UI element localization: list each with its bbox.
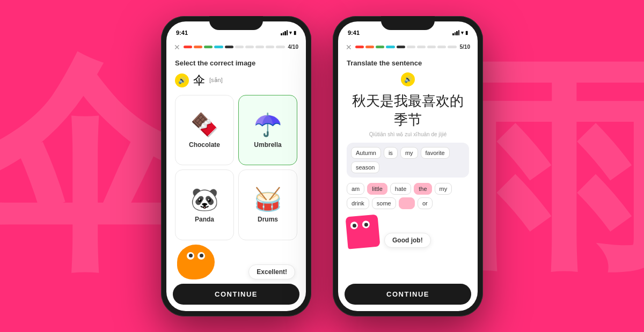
phone2-dot-3	[376, 46, 384, 48]
phone1-drums-label: Drums	[258, 216, 278, 223]
phone1-screen-content: Select the correct image 🔊 伞 [sǎn] 🍫 Cho…	[166, 55, 306, 311]
phone2-dot-1	[355, 46, 364, 48]
pool-word-drink[interactable]: drink	[347, 197, 369, 209]
answer-word-favorite[interactable]: favorite	[421, 147, 450, 159]
phone1-pupil-right	[200, 254, 203, 257]
phone2-signal-icon	[452, 30, 459, 35]
pool-word-or[interactable]: or	[418, 197, 433, 209]
phone2-progress-row: ✕ 5/10	[338, 41, 478, 55]
phone2-dot-2	[365, 46, 374, 48]
phone-1: 9:41 ▾ ▮ ✕	[161, 16, 311, 316]
pool-word-am[interactable]: am	[347, 183, 364, 195]
phone1-pupil-left	[189, 254, 193, 257]
phone2-wifi-icon: ▾	[461, 30, 464, 35]
pool-word-little[interactable]: little	[367, 183, 387, 195]
answer-word-season[interactable]: season	[351, 161, 379, 173]
phone1-dot-9	[266, 46, 274, 48]
phone2-mascot-row: Good job!	[347, 216, 469, 248]
phone1-mascot	[177, 245, 215, 279]
phone2-eye-left	[350, 221, 358, 229]
phone1-dot-5	[225, 46, 233, 48]
phone1-dot-10	[276, 46, 284, 48]
phone1-blob-eyes	[187, 252, 205, 260]
phone2-dot-4	[386, 46, 394, 48]
bg-letter-left: 伞	[0, 54, 188, 279]
phone1-dot-8	[255, 46, 264, 48]
phone1-progress-row: ✕ 4/10	[166, 41, 306, 55]
answer-word-is[interactable]: is	[384, 147, 398, 159]
phone1-dot-6	[235, 46, 244, 48]
answer-word-my[interactable]: my	[400, 147, 418, 159]
phone2-dots	[355, 46, 457, 48]
phone1-chocolate-label: Chocolate	[189, 141, 220, 149]
phones-container: 9:41 ▾ ▮ ✕	[161, 16, 483, 316]
phone2-dot-8	[427, 46, 436, 48]
phone1-eye-right	[197, 252, 205, 260]
phone1-dot-1	[184, 46, 192, 48]
phone2-time: 9:41	[348, 29, 360, 36]
phone1-wifi-icon: ▾	[289, 30, 292, 35]
phone1-drums-emoji: 🥁	[254, 186, 282, 212]
phone2-dot-10	[448, 46, 456, 48]
phone2-coin-icon: 🔊	[401, 72, 415, 86]
phone2-dot-9	[437, 46, 446, 48]
phone1-continue-button[interactable]: CONTINUE	[173, 284, 299, 305]
phone2-blob-eyes	[350, 220, 370, 229]
phone1-battery-icon: ▮	[294, 30, 296, 35]
phone2-word-pool: am little hate the my drink some or	[347, 183, 469, 209]
phone1-umbrella-emoji: ☂️	[254, 112, 282, 138]
phone1-close-button[interactable]: ✕	[174, 43, 180, 51]
phone1-chocolate-emoji: 🍫	[191, 112, 218, 138]
phone1-image-grid: 🍫 Chocolate ☂️ Umbrella 🐼 Panda 🥁 Drums	[175, 95, 297, 240]
phone2-pupil-right	[364, 222, 368, 226]
phone1-image-chocolate[interactable]: 🍫 Chocolate	[175, 95, 234, 166]
phone1-umbrella-label: Umbrella	[254, 141, 281, 149]
phone2-question-label: Translate the sentence	[347, 59, 469, 67]
phone2-dot-5	[397, 46, 405, 48]
phone-2: 9:41 ▾ ▮ ✕	[333, 16, 483, 316]
phone1-status-icons: ▾ ▮	[281, 30, 296, 35]
phone1-inner: 9:41 ▾ ▮ ✕	[166, 21, 306, 311]
phone1-question-label: Select the correct image	[175, 59, 297, 67]
answer-word-autumn[interactable]: Autumn	[351, 147, 381, 159]
phone2-notch	[381, 16, 435, 30]
phone1-time: 9:41	[176, 29, 188, 36]
phone2-progress-count: 5/10	[460, 44, 470, 50]
phone1-panda-emoji: 🐼	[191, 186, 218, 212]
phone1-blob-orange	[177, 245, 215, 279]
phone1-image-umbrella[interactable]: ☂️ Umbrella	[238, 95, 297, 166]
phone2-screen-content: Translate the sentence 🔊 秋天是我最喜欢的季节 Qiūt…	[338, 55, 478, 311]
phone2-status-icons: ▾ ▮	[452, 30, 468, 35]
pool-word-blank1[interactable]	[399, 197, 415, 209]
phone1-image-panda[interactable]: 🐼 Panda	[175, 169, 234, 240]
phone2-continue-button[interactable]: CONTINUE	[345, 284, 471, 305]
pool-word-my[interactable]: my	[435, 183, 452, 195]
phone2-dot-6	[407, 46, 415, 48]
phone1-dot-2	[194, 46, 202, 48]
pool-word-some[interactable]: some	[372, 197, 396, 209]
pool-word-the[interactable]: the	[414, 183, 431, 195]
phone1-notch	[209, 16, 263, 30]
phone2-mascot	[347, 216, 379, 248]
phone1-progress-count: 4/10	[288, 44, 298, 50]
phone2-close-button[interactable]: ✕	[346, 43, 352, 51]
phone1-dot-3	[204, 46, 213, 48]
phone2-eye-right	[362, 220, 370, 228]
phone2-battery-icon: ▮	[465, 30, 468, 35]
phone1-mascot-row: Excellent!	[175, 245, 297, 279]
phone1-dot-7	[245, 46, 254, 48]
phone2-pupil-left	[352, 223, 356, 227]
phone1-image-drums[interactable]: 🥁 Drums	[238, 169, 297, 240]
phone1-dot-4	[214, 46, 223, 48]
phone1-eye-left	[187, 252, 194, 260]
phone1-signal-icon	[281, 30, 288, 35]
phone2-blob-pink	[345, 214, 380, 249]
pool-word-hate[interactable]: hate	[390, 183, 411, 195]
phone2-good-job-button[interactable]: Good job!	[384, 233, 431, 248]
phone1-speech-bubble: Excellent!	[248, 264, 295, 279]
phone1-word-row: 🔊 伞 [sǎn]	[175, 72, 297, 88]
phone2-pinyin-sentence: Qiūtiān shì wǒ zuì xǐhuān de jìjié	[347, 131, 469, 137]
phone2-chinese-sentence: 秋天是我最喜欢的季节	[347, 92, 469, 129]
phone2-answer-area[interactable]: Autumn is my favorite season	[347, 143, 469, 178]
phone2-dot-7	[417, 46, 426, 48]
